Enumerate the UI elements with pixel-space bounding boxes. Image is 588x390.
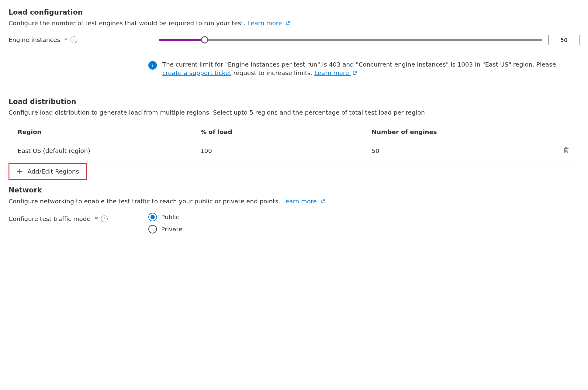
slider-fill (159, 39, 205, 41)
load-distribution-section: Load distribution Configure load distrib… (9, 97, 579, 180)
network-title: Network (9, 185, 579, 195)
add-edit-regions-button[interactable]: + Add/Edit Regions (9, 163, 87, 180)
table-row: East US (default region) 100 50 (9, 140, 579, 161)
traffic-mode-private-radio[interactable]: Private (148, 225, 182, 233)
cell-num: 50 (362, 140, 553, 161)
cell-region: East US (default region) (9, 140, 191, 161)
network-desc: Configure networking to enable the test … (9, 197, 579, 205)
limits-learn-more-link[interactable]: Learn more (314, 69, 357, 77)
col-region: Region (9, 124, 191, 140)
network-learn-more-link[interactable]: Learn more (282, 198, 325, 205)
load-config-learn-more-link[interactable]: Learn more (247, 19, 290, 27)
external-link-icon (319, 198, 325, 205)
external-link-icon (284, 19, 290, 27)
load-configuration-section: Load configuration Configure the number … (9, 7, 579, 77)
required-asterisk: * (64, 36, 67, 44)
radio-unselected-icon (148, 225, 157, 233)
col-pct: % of load (191, 124, 362, 140)
engine-limit-info: The current limit for "Engine instances … (148, 60, 579, 77)
slider-thumb[interactable] (201, 36, 208, 43)
info-icon (148, 61, 157, 70)
required-asterisk: * (95, 215, 98, 223)
engine-instances-slider[interactable] (159, 39, 542, 41)
engine-instances-row: Engine instances * i (9, 35, 579, 45)
load-dist-desc: Configure load distribution to generate … (9, 108, 579, 117)
create-support-ticket-link[interactable]: create a support ticket (162, 69, 231, 77)
regions-table: Region % of load Number of engines East … (9, 124, 579, 161)
load-config-desc: Configure the number of test engines tha… (9, 19, 579, 27)
cell-pct: 100 (191, 140, 362, 161)
load-config-title: Load configuration (9, 7, 579, 17)
plus-icon: + (16, 167, 23, 176)
col-num: Number of engines (362, 124, 553, 140)
load-dist-title: Load distribution (9, 97, 579, 106)
info-icon[interactable]: i (101, 216, 108, 222)
engine-instances-label: Engine instances * i (9, 36, 148, 44)
traffic-mode-row: Configure test traffic mode * i Public P… (9, 213, 579, 237)
trash-icon (563, 150, 569, 154)
traffic-mode-public-radio[interactable]: Public (148, 213, 182, 221)
engine-instances-input[interactable] (548, 35, 579, 45)
network-section: Network Configure networking to enable t… (9, 185, 579, 237)
radio-selected-icon (148, 213, 157, 221)
info-icon[interactable]: i (71, 36, 77, 43)
traffic-mode-label: Configure test traffic mode * i (9, 213, 148, 223)
external-link-icon (351, 69, 357, 77)
delete-region-button[interactable] (562, 146, 570, 156)
